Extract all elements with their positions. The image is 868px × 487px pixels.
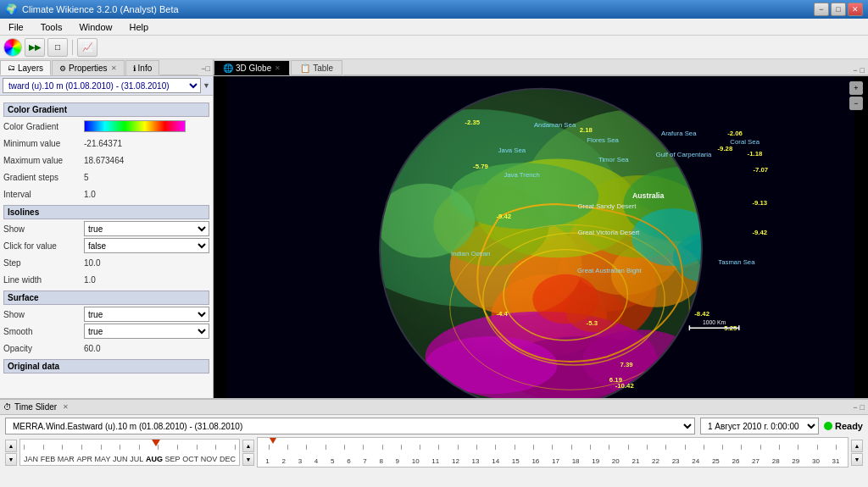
isolines-show-row: Show truefalse (3, 221, 209, 236)
interval-row: Interval 1.0 (3, 186, 209, 202)
time-button[interactable]: ▶▶ (25, 38, 45, 57)
surface-show-row: Show truefalse (3, 307, 209, 322)
layer-select-dropdown[interactable]: tward (u).10 m (01.08.2010) - (31.08.201… (3, 78, 201, 93)
view-min-icon[interactable]: − (853, 66, 857, 75)
maximize-button[interactable]: □ (831, 3, 846, 16)
svg-text:-9.13: -9.13 (752, 199, 767, 207)
timeslider-max-btn[interactable]: □ (860, 403, 865, 412)
click-for-value-select[interactable]: falsetrue (84, 238, 209, 253)
ts-tick (197, 445, 198, 450)
ts-day-14: 14 (492, 457, 499, 465)
ts-day-22: 22 (652, 457, 659, 465)
ts-day-21: 21 (632, 457, 639, 465)
minimize-button[interactable]: − (814, 3, 829, 16)
ts-day-tick (306, 445, 307, 450)
ts-day-tick (438, 445, 439, 450)
max-value: 18.673464 (84, 156, 209, 165)
svg-text:-8.42: -8.42 (694, 310, 709, 318)
square-button[interactable]: □ (47, 38, 68, 57)
zoom-in-button[interactable]: + (849, 81, 863, 95)
line-width-label: Line width (3, 275, 84, 285)
ts-day-tick (722, 445, 723, 450)
bottom-panel: ⏱ Time Slider ✕ − □ MERRA.Wind.Eastward … (0, 398, 868, 487)
step-value: 10.0 (84, 258, 209, 268)
line-width-value: 1.0 (84, 275, 209, 285)
ts-day-tick (647, 445, 648, 450)
tab-table[interactable]: 📋 Table (291, 60, 342, 75)
ts-right-up-btn[interactable]: ▲ (851, 440, 863, 452)
ts-day-tick (458, 445, 459, 450)
zoom-out-button[interactable]: − (849, 97, 863, 110)
svg-text:Andaman Sea: Andaman Sea (534, 121, 576, 129)
ts-day-down-btn[interactable]: ▼ (242, 453, 254, 466)
ts-day-tick (401, 445, 402, 450)
tab-info[interactable]: ℹ Info (125, 60, 160, 75)
ts-day-tick (741, 445, 742, 450)
ts-day-3: 3 (298, 457, 302, 465)
ts-right-down-btn[interactable]: ▼ (851, 453, 863, 466)
ts-month-track[interactable]: JAN FEB MAR APR MAY JUN JUL AUG SEP OCT … (19, 439, 240, 466)
tab-spacer (160, 75, 198, 75)
properties-close-icon[interactable]: ✕ (111, 64, 117, 72)
globe-svg: Andaman Sea Arafura Sea Flores Sea Java … (214, 76, 868, 398)
isolines-section-header: Isolines (3, 205, 209, 219)
ts-day-tick (533, 445, 534, 450)
color-wheel-button[interactable] (3, 38, 22, 57)
ts-day-tick (798, 445, 798, 450)
ts-tick (215, 445, 216, 450)
tab-3d-globe-label: 3D Globe (236, 64, 271, 73)
ts-day-scroll-btns: ▲ ▼ (242, 440, 254, 466)
ts-day-up-btn[interactable]: ▲ (242, 440, 254, 452)
tab-properties[interactable]: ⚙ Properties ✕ (52, 60, 125, 75)
line-width-row: Line width 1.0 (3, 272, 209, 287)
gradient-steps-row: Gradient steps 5 (3, 169, 209, 185)
smooth-select[interactable]: truefalse (84, 324, 209, 339)
ts-day-tick (665, 445, 666, 450)
view-max-icon[interactable]: □ (860, 66, 865, 75)
menu-tools[interactable]: Tools (36, 21, 68, 33)
isolines-show-select[interactable]: truefalse (84, 221, 209, 236)
globe-view-controls: + − (849, 81, 863, 110)
ts-day-tick (590, 445, 591, 450)
ts-day-tick (363, 445, 364, 450)
timeslider-tab-label: Time Slider (14, 402, 57, 412)
color-gradient-bar[interactable] (84, 120, 186, 132)
ts-month-down-btn[interactable]: ▼ (5, 453, 17, 466)
ts-date-select[interactable]: 1 Август 2010 г. 0:00:00 (700, 418, 819, 434)
ts-month-aug: AUG (146, 455, 163, 463)
step-label: Step (3, 258, 84, 268)
menu-help[interactable]: Help (125, 21, 154, 33)
ts-dataset-select[interactable]: MERRA.Wind.Eastward (u).10 m (01.08.2010… (5, 418, 695, 434)
min-value-label: Minimum value (3, 139, 84, 148)
ts-day-tick (609, 445, 609, 450)
ts-status: Ready (824, 421, 863, 431)
ts-day-7: 7 (363, 457, 366, 465)
layer-arrow-icon[interactable]: ▼ (203, 81, 210, 90)
menu-window[interactable]: Window (74, 21, 117, 33)
ts-day-track[interactable]: 1 2 3 4 5 6 7 8 9 10 11 12 13 14 15 16 1 (257, 437, 849, 468)
close-button[interactable]: ✕ (848, 3, 863, 16)
tab-layers-label: Layers (18, 64, 43, 73)
panel-maximize-btn[interactable]: □ (206, 64, 210, 73)
ts-day-tick (836, 445, 837, 450)
globe-area[interactable]: Andaman Sea Arafura Sea Flores Sea Java … (214, 76, 868, 398)
tab-layers[interactable]: 🗂 Layers (0, 60, 51, 75)
menu-file[interactable]: File (3, 21, 29, 33)
tab-properties-label: Properties (69, 64, 108, 73)
globe-tab-close-icon[interactable]: ✕ (275, 64, 281, 72)
status-text: Ready (835, 421, 863, 431)
ts-day-tick (704, 445, 704, 450)
ts-day-18: 18 (572, 457, 580, 465)
timeslider-min-btn[interactable]: − (853, 403, 857, 412)
timeslider-tab-close[interactable]: ✕ (63, 403, 69, 411)
surface-show-select[interactable]: truefalse (84, 307, 209, 322)
svg-text:2.18: 2.18 (580, 126, 593, 134)
timeslider-tab[interactable]: ⏱ Time Slider ✕ (3, 402, 69, 412)
ts-month-up-btn[interactable]: ▲ (5, 440, 17, 452)
tab-3d-globe[interactable]: 🌐 3D Globe ✕ (214, 60, 290, 75)
panel-collapse-controls: − □ (198, 62, 213, 75)
graph-button[interactable]: 📈 (77, 38, 97, 57)
ts-day-ticks (258, 438, 848, 450)
ts-month-may: MAY (95, 455, 111, 463)
opacity-value: 60.0 (84, 344, 209, 353)
